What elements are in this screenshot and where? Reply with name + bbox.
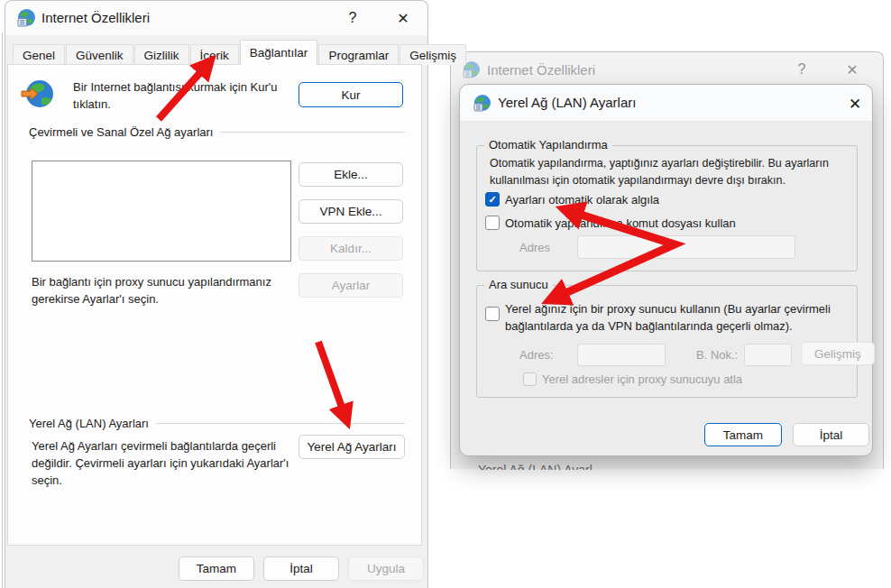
tab-gelismis[interactable]: Gelişmiş [400, 44, 466, 65]
bypass-proxy-label: Yerel adresler için proxy sunucuyu atla [542, 372, 742, 386]
help-icon[interactable]: ? [790, 58, 813, 81]
tab-genel[interactable]: Genel [13, 44, 65, 65]
setup-globe-icon [20, 77, 56, 116]
setup-instruction: Bir Internet bağlantısı kurmak için Kur'… [73, 78, 299, 113]
connections-tab-panel: Bir Internet bağlantısı kurmak için Kur'… [7, 64, 422, 546]
remove-button: Kaldır... [299, 236, 403, 261]
script-address-input [577, 235, 795, 259]
use-script-checkbox[interactable] [485, 216, 500, 230]
window-title: Internet Özellikleri [487, 62, 595, 78]
auto-config-description: Otomatik yapılandırma, yaptığınız ayarla… [490, 155, 852, 189]
help-icon[interactable]: ? [341, 6, 364, 30]
window-title: Internet Özellikleri [41, 10, 150, 25]
ok-button[interactable]: Tamam [179, 556, 254, 581]
tab-baglantilar[interactable]: Bağlantılar [240, 40, 318, 65]
cancel-button[interactable]: İptal [793, 423, 869, 446]
internet-properties-window: Internet Özellikleri ? ✕ Genel Güvenlik … [5, 0, 428, 588]
proxy-port-input [744, 344, 792, 366]
tab-guvenlik[interactable]: Güvenlik [66, 44, 133, 65]
dialup-group-rule [220, 132, 405, 133]
lan-settings-icon [473, 94, 491, 115]
proxy-group: Ara sunucu Yerel ağınız için bir proxy s… [476, 285, 858, 398]
dialup-group-title: Çevirmeli ve Sanal Özel Ağ ayarları [29, 125, 213, 139]
close-icon[interactable]: ✕ [390, 6, 417, 30]
lan-settings-dialog: Yerel Ağ (LAN) Ayarları ✕ Otomatik Yapıl… [459, 84, 873, 456]
internet-properties-icon [17, 8, 36, 31]
tab-gizlilik[interactable]: Gizlilik [134, 44, 189, 65]
lan-group-header: Yerel Ağ (LAN) Ayarları [29, 417, 405, 430]
apply-button: Uygula [348, 556, 424, 581]
proxy-address-input [577, 344, 666, 366]
use-proxy-label[interactable]: Yerel ağınız için bir proxy sunucu kulla… [505, 300, 857, 335]
add-button[interactable]: Ekle... [299, 162, 403, 187]
proxy-hint-text: Bir bağlantı için proxy sunucu yapılandı… [32, 273, 284, 308]
lan-group-title: Yerel Ağ (LAN) Ayarları [29, 417, 149, 430]
script-address-label: Adres [519, 241, 550, 254]
clipped-group-label: Yerel Ağ (LAN) Ayarl [478, 463, 749, 470]
add-vpn-button[interactable]: VPN Ekle... [299, 199, 403, 224]
tab-icerik[interactable]: İçerik [190, 44, 239, 65]
detect-settings-label[interactable]: Ayarları otomatik olarak algıla [505, 193, 659, 207]
use-proxy-checkbox[interactable] [485, 307, 500, 321]
ok-button[interactable]: Tamam [704, 423, 782, 446]
dialup-group-header: Çevirmeli ve Sanal Özel Ağ ayarları [29, 125, 405, 139]
connections-listbox[interactable] [32, 161, 291, 262]
dialog-title: Yerel Ağ (LAN) Ayarları [498, 95, 636, 110]
detect-settings-checkbox[interactable]: ✓ [485, 192, 500, 207]
advanced-button: Gelişmiş [801, 342, 875, 365]
bypass-proxy-checkbox [523, 372, 537, 386]
auto-config-group-title: Otomatik Yapılandırma [484, 138, 612, 152]
auto-config-group: Otomatik Yapılandırma Otomatik yapılandı… [476, 145, 858, 271]
left-edge-artifact [2, 32, 3, 588]
settings-button: Ayarlar [299, 273, 403, 298]
proxy-address-label: Adres: [519, 348, 554, 362]
lan-settings-text: Yerel Ağ Ayarları çevirmeli bağlantılard… [32, 437, 295, 489]
use-script-label[interactable]: Otomatik yapılandırma komut dosyası kull… [505, 216, 736, 230]
tab-strip: Genel Güvenlik Gizlilik İçerik Bağlantıl… [13, 41, 467, 65]
setup-button[interactable]: Kur [299, 82, 403, 107]
lan-group-rule [156, 423, 405, 424]
close-icon[interactable]: ✕ [842, 92, 868, 115]
lan-settings-button[interactable]: Yerel Ağ Ayarları [299, 435, 405, 459]
proxy-port-label: B. Nok.: [696, 348, 738, 362]
proxy-group-title: Ara sunucu [484, 278, 553, 291]
cancel-button[interactable]: İptal [263, 556, 339, 581]
check-icon: ✓ [488, 194, 496, 206]
close-icon[interactable]: ✕ [839, 58, 866, 81]
tab-programlar[interactable]: Programlar [318, 44, 399, 65]
